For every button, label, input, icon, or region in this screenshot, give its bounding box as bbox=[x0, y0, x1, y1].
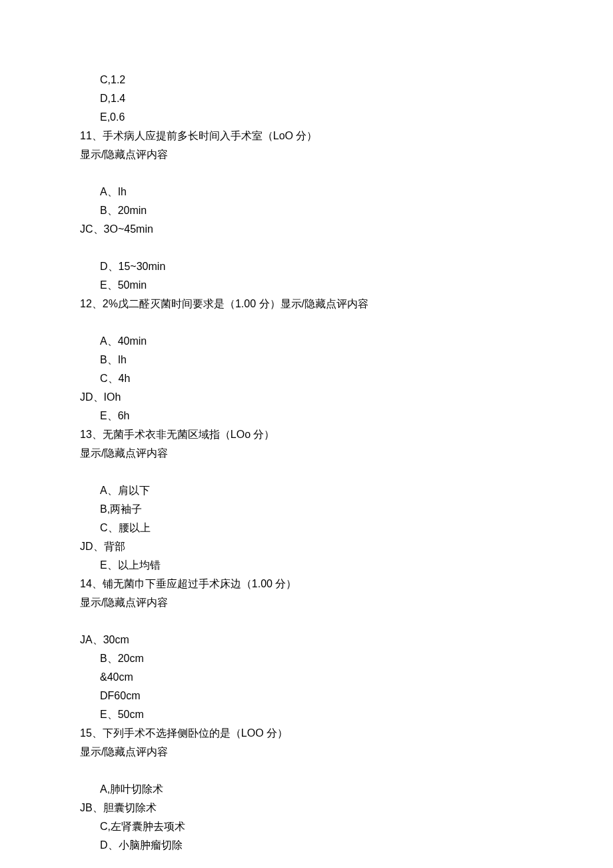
text-line: A,肺叶切除术 bbox=[80, 780, 533, 799]
text-line: A、肩以下 bbox=[80, 481, 533, 500]
text-line bbox=[80, 239, 533, 257]
text-line: 显示/隐藏点评内容 bbox=[80, 593, 533, 612]
text-line: JA、30cm bbox=[80, 631, 533, 649]
text-line bbox=[80, 761, 533, 780]
text-line bbox=[80, 612, 533, 631]
text-line: 显示/隐藏点评内容 bbox=[80, 444, 533, 463]
text-line: 12、2%戊二醛灭菌时间要求是（1.00 分）显示/隐藏点评内容 bbox=[80, 295, 533, 313]
text-line: B、20cm bbox=[80, 649, 533, 668]
text-line: E、6h bbox=[80, 407, 533, 425]
text-line bbox=[80, 313, 533, 332]
text-line bbox=[80, 463, 533, 481]
text-line: JD、IOh bbox=[80, 388, 533, 407]
text-line: DF60cm bbox=[80, 687, 533, 705]
text-line bbox=[80, 164, 533, 183]
text-line: E、以上均错 bbox=[80, 556, 533, 575]
text-line: 显示/隐藏点评内容 bbox=[80, 743, 533, 761]
document-page: C,1.2D,1.4E,0.611、手术病人应提前多长时间入手术室（LoO 分）… bbox=[0, 0, 613, 868]
text-line: D,1.4 bbox=[80, 89, 533, 108]
text-line: 14、铺无菌巾下垂应超过手术床边（1.00 分） bbox=[80, 575, 533, 593]
text-line: 显示/隐藏点评内容 bbox=[80, 145, 533, 164]
text-line: JB、胆囊切除术 bbox=[80, 799, 533, 817]
text-line: D、小脑肿瘤切除 bbox=[80, 836, 533, 855]
text-line: D、15~30min bbox=[80, 257, 533, 276]
text-line: B、Ih bbox=[80, 351, 533, 369]
text-line: 15、下列手术不选择侧卧位的是（LOO 分） bbox=[80, 724, 533, 743]
text-line: B,两袖子 bbox=[80, 500, 533, 519]
text-line: E、50cm bbox=[80, 705, 533, 724]
text-line: E,0.6 bbox=[80, 108, 533, 127]
text-line: 11、手术病人应提前多长时间入手术室（LoO 分） bbox=[80, 127, 533, 145]
text-line: E、50min bbox=[80, 276, 533, 295]
document-content: C,1.2D,1.4E,0.611、手术病人应提前多长时间入手术室（LoO 分）… bbox=[80, 71, 533, 855]
text-line: JD、背部 bbox=[80, 537, 533, 556]
text-line: 13、无菌手术衣非无菌区域指（LOo 分） bbox=[80, 425, 533, 444]
text-line: &40cm bbox=[80, 668, 533, 687]
text-line: C,1.2 bbox=[80, 71, 533, 89]
text-line: C、腰以上 bbox=[80, 519, 533, 537]
text-line: B、20min bbox=[80, 201, 533, 220]
text-line: A、Ih bbox=[80, 183, 533, 201]
text-line: C,左肾囊肿去项术 bbox=[80, 817, 533, 836]
text-line: JC、3O~45min bbox=[80, 220, 533, 239]
text-line: A、40min bbox=[80, 332, 533, 351]
text-line: C、4h bbox=[80, 369, 533, 388]
